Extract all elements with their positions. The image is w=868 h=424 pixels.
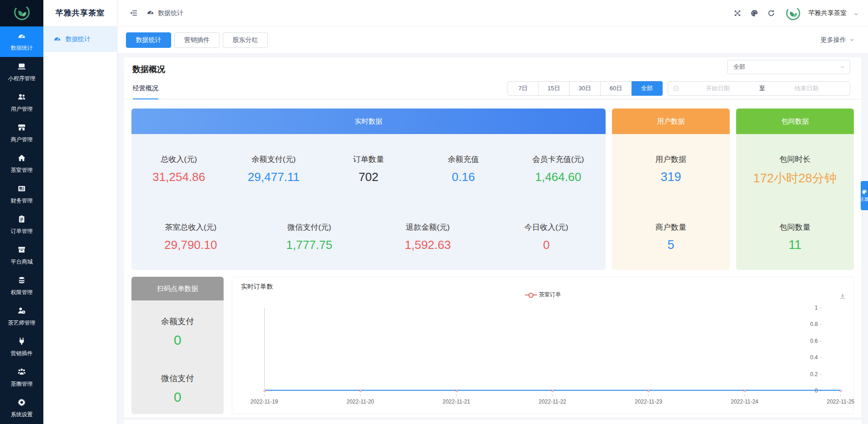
chart-x-axis: 2022-11-192022-11-202022-11-212022-11-22… [264,396,841,403]
more-actions-button[interactable]: 更多操作 [821,36,854,44]
data-overview-panel: 数据概况 全部 经营概况 7日 15日 30日 60日 全部 [124,57,862,418]
primary-sidebar: 数据统计 小程序管理 用户管理 商户管理 茶室管理 财务管理 订单管理 平台商 [0,0,43,424]
scope-select[interactable]: 全部 [727,60,850,74]
sidebar-item-system-settings[interactable]: 系统设置 [0,393,43,424]
stat-room-duration: 包间时长 172小时28分钟 [736,134,854,202]
stat-cards-row: 实时数据 总收入(元) 31,254.86 余额支付(元) 29,477.11 [124,109,862,270]
refresh-icon[interactable] [766,8,776,18]
stat-today-income: 今日收入(元) 0 [487,202,606,270]
sidebar-item-marketing-plugins[interactable]: 营销插件 [0,332,43,362]
theme-button[interactable]: 主题 [861,181,868,210]
users-icon [17,93,26,103]
tea-master-icon [17,306,26,317]
secondary-sidebar-title: 芊雅共享茶室 [43,0,117,26]
sidebar-item-label: 订单管理 [11,228,33,235]
data-point-marker[interactable] [648,390,650,392]
range-button-30d[interactable]: 30日 [570,81,601,96]
start-date-placeholder: 开始日期 [679,84,757,93]
range-button-all[interactable]: 全部 [632,81,663,96]
submenu-item-data-statistics[interactable]: 数据统计 [43,26,117,52]
stat-balance-payment: 余额支付(元) 29,477.11 [226,134,321,202]
breadcrumb-label: 数据统计 [158,9,183,17]
permissions-coins-icon [17,276,26,286]
download-icon[interactable] [839,293,846,301]
range-button-15d[interactable]: 15日 [539,81,570,96]
user-name[interactable]: 芊雅共享茶室 [808,9,847,17]
stat-merchant-count: 商户数量 5 [612,202,730,270]
sidebar-item-platform-mall[interactable]: 平台商城 [0,240,43,271]
data-point-marker[interactable] [743,390,746,392]
legend-label: 茶室订单 [539,291,561,299]
date-range-picker[interactable]: 开始日期 至 结束日期 [668,81,850,96]
scan-card-header: 扫码点单数据 [131,277,224,300]
dashboard-gauge-icon [53,35,61,44]
sidebar-item-label: 系统设置 [11,411,33,419]
collapse-menu-icon[interactable] [128,8,138,18]
chevron-down-icon[interactable] [853,10,859,16]
x-axis-tick-label: 2022-11-24 [731,398,758,405]
tea-leaf-logo-icon [13,3,31,23]
chart-legend[interactable]: 茶室订单 [525,291,561,299]
main-area: 数据统计 芊雅共享茶室 [117,0,868,424]
tab-shareholder-dividends[interactable]: 股东分红 [223,32,268,48]
merchant-icon [17,123,26,134]
realtime-row-1: 总收入(元) 31,254.86 余额支付(元) 29,477.11 订单数量 … [131,134,606,202]
realtime-card-header: 实时数据 [131,109,606,134]
sidebar-item-miniprogram[interactable]: 小程序管理 [0,57,43,88]
chart-plot-area [264,308,841,391]
tea-circle-icon [17,367,26,378]
room-data-card: 包间数据 包间时长 172小时28分钟 包间数量 [736,109,854,270]
subtab-row: 经营概况 7日 15日 30日 60日 全部 开始日期 至 结束日期 [124,78,862,99]
end-date-placeholder: 结束日期 [768,84,846,93]
palette-icon[interactable] [749,8,759,18]
palette-icon [862,189,867,195]
range-button-7d[interactable]: 7日 [507,81,539,96]
chart-title: 实时订单数 [241,283,273,291]
sidebar-item-order-management[interactable]: 订单管理 [0,210,43,240]
sidebar-item-finance-management[interactable]: 财务管理 [0,179,43,210]
chevron-down-icon [840,64,845,70]
page-title: 数据概况 [132,65,165,74]
realtime-card-body: 总收入(元) 31,254.86 余额支付(元) 29,477.11 订单数量 … [131,134,606,270]
sidebar-item-label: 小程序管理 [8,75,36,83]
data-point-marker[interactable] [264,390,266,392]
data-point-marker[interactable] [455,390,458,392]
marketing-plugin-icon [17,337,26,347]
sidebar-item-tea-circle-management[interactable]: 茶圈管理 [0,362,43,393]
orders-clipboard-icon [17,215,26,225]
stat-scan-balance-payment: 余额支付 0 [131,300,224,357]
stat-total-income: 总收入(元) 31,254.86 [131,134,226,202]
data-point-marker[interactable] [840,390,842,392]
breadcrumb[interactable]: 数据统计 [146,8,183,18]
mall-icon [17,245,26,256]
sidebar-item-merchant-management[interactable]: 商户管理 [0,118,43,149]
stat-scan-wechat-payment: 微信支付 0 [131,357,224,414]
legend-line-marker-icon [525,295,537,295]
x-axis-tick-label: 2022-11-25 [827,398,855,405]
scan-order-data-card: 扫码点单数据 余额支付 0 微信支付 [131,277,224,414]
range-button-60d[interactable]: 60日 [601,81,632,96]
secondary-sidebar: 芊雅共享茶室 数据统计 [43,0,117,424]
data-point-marker[interactable] [552,390,554,392]
sidebar-item-permission-management[interactable]: 权限管理 [0,271,43,301]
user-avatar-logo[interactable] [785,5,801,21]
stat-membercard-recharge: 会员卡充值(元) 1,464.60 [511,134,606,202]
app-logo[interactable] [0,0,43,26]
tab-data-statistics[interactable]: 数据统计 [126,32,171,48]
fullscreen-icon[interactable] [732,8,743,18]
sidebar-item-tea-master-management[interactable]: 茶艺师管理 [0,301,43,332]
more-actions-label: 更多操作 [821,36,846,44]
app-root: 数据统计 小程序管理 用户管理 商户管理 茶室管理 财务管理 订单管理 平台商 [0,0,868,424]
realtime-data-card: 实时数据 总收入(元) 31,254.86 余额支付(元) 29,477.11 [131,109,606,270]
data-point-marker[interactable] [360,390,362,392]
sidebar-item-user-management[interactable]: 用户管理 [0,88,43,118]
sidebar-item-tearoom-management[interactable]: 茶室管理 [0,149,43,179]
tab-marketing-plugins[interactable]: 营销插件 [174,32,220,48]
bottom-row: 扫码点单数据 余额支付 0 微信支付 [124,277,862,414]
tab-business-overview[interactable]: 经营概况 [133,78,158,99]
sidebar-item-label: 茶室管理 [11,166,33,174]
clock-icon [673,85,679,92]
x-axis-tick-label: 2022-11-20 [346,398,374,405]
sidebar-item-label: 茶艺师管理 [8,319,36,327]
sidebar-item-data-statistics[interactable]: 数据统计 [0,26,43,57]
